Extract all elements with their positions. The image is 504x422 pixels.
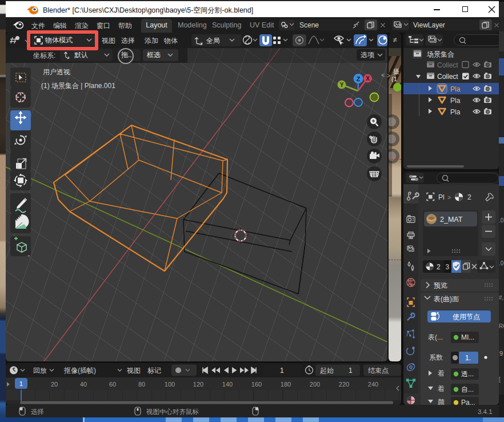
svg-text:表(曲)面: 表(曲)面 [434, 295, 459, 303]
svg-text:选择: 选择 [31, 408, 44, 415]
svg-text:2: 2 [437, 263, 441, 271]
svg-text:140: 140 [222, 381, 233, 388]
svg-text:160: 160 [251, 381, 262, 388]
svg-text:240: 240 [368, 381, 378, 388]
svg-text:<: < [381, 71, 385, 78]
svg-text:透...: 透... [461, 370, 474, 378]
svg-text:1: 1 [280, 367, 284, 375]
svg-text:Pla: Pla [450, 85, 461, 93]
svg-text:全局: 全局 [206, 37, 220, 45]
svg-text:着: 着 [437, 385, 445, 393]
svg-text:回放: 回放 [33, 367, 47, 375]
svg-text:着: 着 [437, 369, 445, 377]
svg-text:抠像(插帧): 抠像(插帧) [63, 367, 96, 375]
svg-text:2_MAT: 2_MAT [440, 216, 463, 224]
svg-text:2: 2 [467, 193, 471, 201]
svg-text:表(...: 表(... [428, 333, 443, 341]
svg-text:Collect: Collect [437, 73, 458, 81]
svg-text:起始: 起始 [320, 367, 334, 375]
svg-text:3: 3 [446, 263, 450, 271]
svg-text:视图: 视图 [126, 367, 141, 375]
svg-text:Pla: Pla [450, 108, 461, 116]
svg-text:场景集合: 场景集合 [426, 50, 454, 58]
svg-text:1: 1 [349, 367, 353, 375]
svg-text:自...: 自... [461, 385, 474, 393]
svg-text:使用节点: 使用节点 [453, 313, 480, 321]
svg-text:>: > [447, 194, 451, 201]
svg-text:X: X [366, 75, 370, 82]
svg-text:120: 120 [193, 381, 203, 388]
svg-text:Pl: Pl [438, 193, 445, 201]
svg-text:200: 200 [310, 381, 320, 388]
svg-text:颜: 颜 [438, 398, 445, 405]
svg-text:结束点: 结束点 [368, 367, 389, 375]
svg-text:标记: 标记 [147, 367, 161, 375]
svg-text:视图中心对齐鼠标: 视图中心对齐鼠标 [146, 408, 199, 415]
svg-text:系数: 系数 [429, 353, 443, 361]
svg-text:220: 220 [339, 381, 349, 388]
svg-text:Y: Y [340, 82, 344, 88]
svg-text:Z: Z [357, 75, 361, 82]
svg-text:1.: 1. [465, 354, 471, 362]
svg-text:40: 40 [80, 381, 87, 388]
svg-text:Collect: Collect [437, 61, 458, 69]
svg-text:MI...: MI... [461, 333, 474, 341]
svg-text:100: 100 [165, 381, 175, 388]
svg-text:Pla: Pla [450, 97, 461, 105]
svg-text:1: 1 [19, 380, 23, 387]
svg-text:60: 60 [109, 381, 116, 388]
svg-text:Pa...: Pa... [461, 399, 475, 405]
svg-text:180: 180 [281, 381, 291, 388]
svg-text:预览: 预览 [434, 281, 447, 289]
svg-text:80: 80 [138, 381, 145, 388]
svg-text:3.4.1: 3.4.1 [478, 408, 493, 415]
svg-text:20: 20 [51, 381, 58, 388]
